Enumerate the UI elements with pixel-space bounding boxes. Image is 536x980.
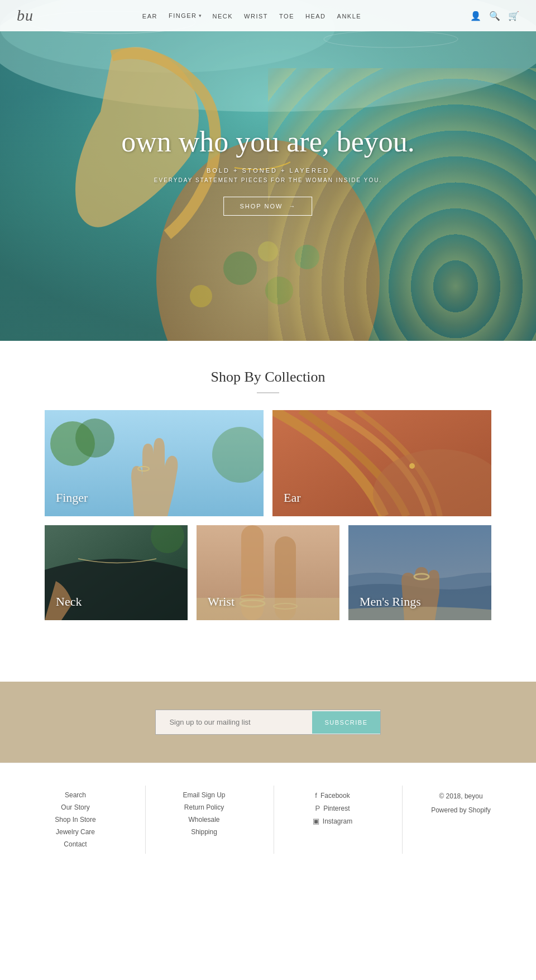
site-footer: Search Our Story Shop In Store Jewelry C…	[0, 763, 536, 870]
nav-neck[interactable]: NECK	[213, 13, 233, 20]
footer-pinterest[interactable]: P Pinterest	[285, 804, 380, 812]
footer-facebook[interactable]: f Facebook	[285, 791, 380, 800]
newsletter-section: SUBSCRIBE	[0, 682, 536, 763]
footer-return-policy[interactable]: Return Policy	[157, 803, 251, 811]
ear-image	[272, 410, 491, 516]
svg-point-4	[223, 251, 257, 285]
svg-point-18	[409, 463, 415, 469]
nav-finger[interactable]: FINGER	[169, 12, 197, 19]
nav-head[interactable]: HEAD	[305, 13, 326, 20]
footer-jewelry-care[interactable]: Jewelry Care	[28, 828, 123, 836]
collection-item-ear[interactable]: Ear	[272, 410, 491, 516]
hero-content: own who you are, beyou. BOLD + STONED + …	[121, 125, 415, 216]
newsletter-form: SUBSCRIBE	[155, 710, 380, 735]
ear-label: Ear	[284, 491, 301, 505]
collection-item-finger[interactable]: Finger	[45, 410, 264, 516]
section-divider	[257, 392, 279, 393]
hero-subtitle1: BOLD + STONED + LAYERED	[121, 167, 415, 174]
chevron-down-icon: ▾	[199, 13, 202, 18]
mens-label: Men's Rings	[360, 594, 421, 609]
svg-point-6	[190, 285, 212, 307]
search-icon[interactable]: 🔍	[489, 11, 500, 21]
nav-links: EAR FINGER ▾ NECK WRIST TOE HEAD ANKLE	[142, 11, 361, 21]
collection-title: Shop By Collection	[45, 369, 491, 386]
collection-grid-top: Finger	[45, 410, 491, 516]
shopify-link[interactable]: Powered by Shopify	[414, 806, 508, 814]
footer-contact[interactable]: Contact	[28, 840, 123, 848]
ear-visual	[272, 410, 491, 516]
footer-col-1: Search Our Story Shop In Store Jewelry C…	[17, 786, 134, 854]
neck-label: Neck	[56, 594, 82, 609]
cart-icon[interactable]: 🛒	[508, 11, 519, 21]
instagram-icon: ▣	[313, 817, 319, 825]
footer-shipping[interactable]: Shipping	[157, 828, 251, 836]
newsletter-input[interactable]	[156, 710, 312, 734]
finger-label: Finger	[56, 491, 88, 505]
svg-point-5	[265, 277, 293, 305]
footer-col-2: Email Sign Up Return Policy Wholesale Sh…	[145, 786, 262, 854]
footer-col-3: f Facebook P Pinterest ▣ Instagram	[274, 786, 391, 854]
nav-wrist[interactable]: WRIST	[244, 13, 268, 20]
footer-wholesale[interactable]: Wholesale	[157, 816, 251, 824]
footer-instagram[interactable]: ▣ Instagram	[285, 817, 380, 825]
footer-our-story[interactable]: Our Story	[28, 803, 123, 811]
copyright-text: © 2018, beyou	[414, 791, 508, 802]
subscribe-button[interactable]: SUBSCRIBE	[312, 711, 380, 734]
hero-subtitle2: EVERYDAY STATEMENT PIECES FOR THE WOMAN …	[121, 177, 415, 183]
svg-point-14	[75, 418, 114, 458]
wrist-label: Wrist	[208, 594, 234, 609]
nav-icons: 👤 🔍 🛒	[470, 11, 519, 21]
collection-item-mens[interactable]: Men's Rings	[348, 525, 491, 620]
collection-item-neck[interactable]: Neck	[45, 525, 188, 620]
site-logo[interactable]: bu	[17, 7, 34, 25]
shop-now-button[interactable]: SHOP NOW →	[224, 197, 313, 216]
collection-section: Shop By Collection	[0, 341, 536, 643]
footer-shop-store[interactable]: Shop In Store	[28, 816, 123, 824]
collection-item-wrist[interactable]: Wrist	[197, 525, 339, 620]
hero-section: own who you are, beyou. BOLD + STONED + …	[0, 0, 536, 341]
facebook-icon: f	[315, 791, 317, 800]
nav-toe[interactable]: TOE	[279, 13, 294, 20]
nav-ankle[interactable]: ANKLE	[337, 13, 362, 20]
hero-title: own who you are, beyou.	[121, 125, 415, 158]
footer-col-4: © 2018, beyou Powered by Shopify	[402, 786, 519, 854]
main-nav: bu EAR FINGER ▾ NECK WRIST TOE HEAD ANKL…	[0, 0, 536, 31]
collection-grid-bottom: Neck	[45, 525, 491, 620]
footer-grid: Search Our Story Shop In Store Jewelry C…	[17, 786, 519, 854]
svg-point-8	[258, 241, 278, 261]
spacer	[0, 643, 536, 665]
pinterest-icon: P	[315, 804, 320, 812]
footer-search[interactable]: Search	[28, 791, 123, 799]
svg-point-7	[295, 245, 319, 269]
footer-email-signup[interactable]: Email Sign Up	[157, 791, 251, 799]
account-icon[interactable]: 👤	[470, 11, 481, 21]
nav-ear[interactable]: EAR	[142, 13, 157, 20]
